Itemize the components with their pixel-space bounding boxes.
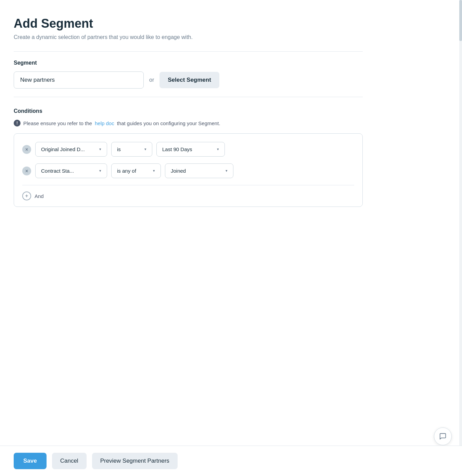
scrollbar-track[interactable] [459, 0, 462, 476]
save-button[interactable]: Save [14, 453, 47, 469]
bottom-bar: Save Cancel Preview Segment Partners [0, 446, 462, 476]
operator-2-label: is any of [117, 168, 136, 174]
conditions-footer: + And [22, 185, 354, 207]
chat-button[interactable] [434, 427, 452, 445]
chevron-1-op-icon: ▾ [144, 147, 146, 151]
preview-button[interactable]: Preview Segment Partners [92, 453, 178, 469]
chevron-2-field-icon: ▾ [99, 169, 101, 173]
conditions-label: Conditions [14, 108, 363, 114]
segment-section-label: Segment [14, 60, 363, 66]
divider-mid [14, 97, 363, 97]
hint-text-before: Please ensure you refer to the [23, 120, 92, 126]
operator-dropdown-1[interactable]: is ▾ [111, 142, 152, 157]
conditions-section: Conditions ! Please ensure you refer to … [14, 108, 363, 207]
info-icon: ! [14, 120, 21, 127]
hint-text-after: that guides you on configuring your Segm… [117, 120, 220, 126]
conditions-hint: ! Please ensure you refer to the help do… [14, 120, 363, 127]
help-doc-link[interactable]: help doc [95, 120, 114, 126]
segment-form: Segment or Select Segment [14, 60, 363, 89]
add-icon: + [22, 191, 31, 200]
chevron-2-op-icon: ▾ [153, 169, 155, 173]
remove-1-icon: × [25, 147, 28, 152]
select-segment-button[interactable]: Select Segment [159, 72, 219, 88]
field-2-label: Contract Sta... [41, 168, 74, 174]
add-condition-label: And [35, 193, 44, 199]
remove-condition-1-button[interactable]: × [22, 145, 31, 154]
chevron-1-val-icon: ▾ [217, 147, 219, 151]
operator-1-label: is [117, 146, 121, 152]
conditions-box: × Original Joined D... ▾ is ▾ Last 90 Da… [14, 133, 363, 207]
value-dropdown-1[interactable]: Last 90 Days ▾ [156, 142, 225, 157]
condition-row-1: × Original Joined D... ▾ is ▾ Last 90 Da… [22, 142, 354, 157]
or-label: or [149, 77, 154, 83]
condition-row-2: × Contract Sta... ▾ is any of ▾ Joined ▾ [22, 163, 354, 178]
field-1-label: Original Joined D... [41, 146, 85, 152]
divider-top [14, 51, 363, 52]
value-dropdown-2[interactable]: Joined ▾ [165, 163, 233, 178]
remove-condition-2-button[interactable]: × [22, 167, 31, 175]
value-2-label: Joined [171, 168, 186, 174]
remove-2-icon: × [25, 168, 28, 174]
field-dropdown-1[interactable]: Original Joined D... ▾ [35, 142, 107, 157]
chevron-1-field-icon: ▾ [99, 147, 101, 151]
page-subtitle: Create a dynamic selection of partners t… [14, 34, 363, 40]
page-title: Add Segment [14, 16, 363, 31]
chevron-2-val-icon: ▾ [226, 169, 228, 173]
cancel-button[interactable]: Cancel [52, 453, 87, 469]
add-condition-button[interactable]: + And [22, 191, 44, 200]
scrollbar-thumb[interactable] [459, 0, 462, 41]
value-1-label: Last 90 Days [162, 146, 192, 152]
operator-dropdown-2[interactable]: is any of ▾ [111, 163, 161, 178]
field-dropdown-2[interactable]: Contract Sta... ▾ [35, 163, 107, 178]
segment-row: or Select Segment [14, 71, 363, 89]
segment-name-input[interactable] [14, 71, 144, 89]
